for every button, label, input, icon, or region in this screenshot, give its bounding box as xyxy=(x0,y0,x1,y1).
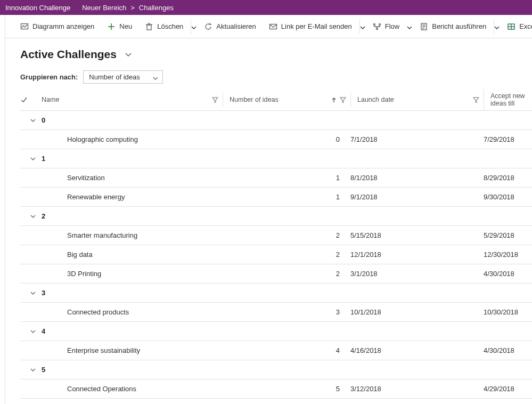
row-selector[interactable] xyxy=(20,270,42,278)
group-header[interactable]: 5 xyxy=(20,360,532,379)
cell-ideas: 1 xyxy=(223,189,350,205)
table-row[interactable]: 3D Printing 2 3/1/2018 4/30/2018 xyxy=(20,264,532,284)
run-report-label: Bericht ausführen xyxy=(432,22,486,30)
group-header[interactable]: 2 xyxy=(20,207,532,226)
column-accept[interactable]: Accept new ideas till xyxy=(484,89,532,110)
cell-name: Smarter manufacturing xyxy=(42,227,223,244)
delete-split[interactable] xyxy=(191,19,197,34)
table-row[interactable]: Servitization 1 8/1/2018 8/29/2018 xyxy=(20,168,532,188)
row-selector[interactable] xyxy=(20,231,42,240)
email-link-split[interactable] xyxy=(359,19,365,34)
refresh-label: Aktualisieren xyxy=(216,22,256,30)
group-header[interactable]: 3 xyxy=(20,284,532,303)
table-row[interactable]: Renewable energy 1 9/1/2018 9/30/2018 xyxy=(20,188,532,207)
excel-button[interactable]: Excel-Vo xyxy=(502,19,532,34)
cell-name: Connected Operations xyxy=(42,381,223,397)
plus-icon xyxy=(107,22,116,31)
delete-button[interactable]: Löschen xyxy=(140,19,189,34)
grid-body: 0 Holographic computing 0 7/1/2018 7/29/… xyxy=(20,111,532,399)
command-bar: Diagramm anzeigen Neu Löschen Aktualisie… xyxy=(0,15,532,38)
cell-ideas: 2 xyxy=(223,246,350,263)
table-row[interactable]: Connected Operations 5 3/12/2018 4/29/20… xyxy=(20,379,532,399)
group-label-text: 5 xyxy=(42,366,45,374)
group-label-text: 3 xyxy=(42,289,45,297)
show-chart-button[interactable]: Diagramm anzeigen xyxy=(15,19,100,34)
group-header[interactable]: 1 xyxy=(20,149,532,168)
chevron-down-icon xyxy=(30,213,36,220)
cell-accept: 7/29/2018 xyxy=(484,131,532,148)
group-by-label: Gruppieren nach: xyxy=(20,73,78,81)
row-selector[interactable] xyxy=(20,135,42,144)
new-button[interactable]: Neu xyxy=(102,19,137,34)
breadcrumb-area[interactable]: Neuer Bereich xyxy=(82,4,126,12)
group-label-text: 1 xyxy=(42,155,45,163)
row-selector[interactable] xyxy=(20,308,42,317)
excel-icon xyxy=(507,22,515,31)
svg-marker-17 xyxy=(212,98,218,102)
cell-launch: 3/12/2018 xyxy=(350,381,484,397)
row-selector[interactable] xyxy=(20,251,42,259)
row-selector[interactable] xyxy=(20,346,42,355)
flow-label: Flow xyxy=(385,22,399,30)
cell-name: Big data xyxy=(42,246,223,263)
flow-split[interactable] xyxy=(407,19,412,34)
filter-icon[interactable] xyxy=(212,96,218,103)
table-row[interactable]: Connected products 3 10/1/2018 10/30/201… xyxy=(20,303,532,322)
table-row[interactable]: Smarter manufacturing 2 5/15/2018 5/29/2… xyxy=(20,226,532,245)
view-content: Active Challenges Gruppieren nach: Numbe… xyxy=(5,38,532,404)
delete-label: Löschen xyxy=(157,22,183,30)
table-row[interactable]: Big data 2 12/1/2018 12/30/2018 xyxy=(20,245,532,264)
row-selector[interactable] xyxy=(20,174,42,182)
view-title: Active Challenges xyxy=(20,48,117,61)
trash-icon xyxy=(145,22,153,31)
group-header[interactable]: 4 xyxy=(20,322,532,341)
row-selector[interactable] xyxy=(20,193,42,201)
cell-accept: 4/29/2018 xyxy=(484,381,532,397)
chevron-down-icon xyxy=(30,290,36,296)
cell-launch: 4/16/2018 xyxy=(350,342,484,359)
cell-accept: 5/29/2018 xyxy=(484,227,532,244)
cell-launch: 7/1/2018 xyxy=(350,131,484,148)
group-header[interactable]: 0 xyxy=(20,111,532,130)
flow-button[interactable]: Flow xyxy=(367,19,405,34)
svg-marker-20 xyxy=(473,98,479,102)
chevron-down-icon xyxy=(30,117,36,124)
filter-icon[interactable] xyxy=(340,96,346,103)
table-row[interactable]: Enterprise sustainability 4 4/16/2018 4/… xyxy=(20,341,532,360)
row-selector[interactable] xyxy=(20,385,42,393)
chart-icon xyxy=(20,22,29,31)
column-ideas[interactable]: Number of ideas xyxy=(223,93,350,107)
filter-icon[interactable] xyxy=(473,96,479,103)
view-title-row: Active Challenges xyxy=(20,48,532,61)
select-all-column[interactable] xyxy=(20,93,42,107)
breadcrumb-bar: Innovation Challenge Neuer Bereich > Cha… xyxy=(0,0,532,15)
cell-accept: 10/30/2018 xyxy=(484,304,532,320)
column-ideas-label: Number of ideas xyxy=(230,96,279,103)
chevron-down-icon xyxy=(191,24,197,29)
grid-header: Name Number of ideas Launch date Accept … xyxy=(20,89,532,111)
breadcrumb-separator: > xyxy=(130,4,135,12)
group-by-select[interactable]: Number of ideas xyxy=(83,70,162,84)
cell-name: Enterprise sustainability xyxy=(42,342,223,359)
view-picker-chevron[interactable] xyxy=(124,50,133,59)
data-grid: Name Number of ideas Launch date Accept … xyxy=(20,89,532,399)
check-icon xyxy=(20,96,28,103)
cell-name: Holographic computing xyxy=(42,131,223,148)
column-name-label: Name xyxy=(42,96,59,103)
new-label: Neu xyxy=(119,22,132,30)
column-name[interactable]: Name xyxy=(42,93,223,107)
breadcrumb-entity[interactable]: Challenges xyxy=(139,4,174,12)
table-row[interactable]: Holographic computing 0 7/1/2018 7/29/20… xyxy=(20,130,532,149)
refresh-button[interactable]: Aktualisieren xyxy=(199,19,261,34)
run-report-button[interactable]: Bericht ausführen xyxy=(414,19,492,34)
column-launch[interactable]: Launch date xyxy=(350,93,484,107)
group-by-value: Number of ideas xyxy=(89,73,140,81)
cell-accept: 8/29/2018 xyxy=(484,169,532,186)
report-icon xyxy=(420,22,428,31)
email-link-button[interactable]: Link per E-Mail senden xyxy=(264,19,357,34)
cell-launch: 3/1/2018 xyxy=(350,265,484,282)
run-report-split[interactable] xyxy=(494,19,500,34)
cell-accept: 4/30/2018 xyxy=(484,265,532,282)
cell-accept: 4/30/2018 xyxy=(484,342,532,359)
cell-ideas: 0 xyxy=(223,131,350,148)
